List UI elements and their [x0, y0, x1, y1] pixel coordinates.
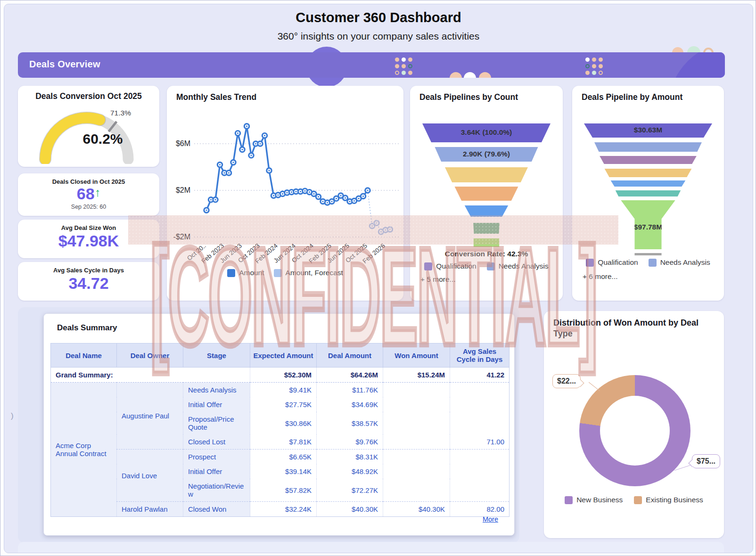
decor-half-dot — [450, 72, 462, 78]
table-row[interactable]: Harold PawlanClosed Won$32.24K$40.30K$40… — [51, 502, 509, 517]
won-amount-cell — [383, 412, 450, 434]
more-stages-note[interactable]: + 5 more... — [420, 275, 456, 284]
funnel-level[interactable] — [422, 223, 551, 234]
funnel-level[interactable] — [422, 187, 551, 201]
line-chart[interactable]: $6M$2M-$2MOct 20..Feb 2023Jun 2023Oct 20… — [167, 103, 403, 269]
legend-item[interactable]: Amount, Forecast — [274, 269, 343, 277]
section-title: Deals Overview — [29, 59, 100, 70]
legend-label: Needs Analysis — [660, 258, 710, 267]
won-amount-cell — [383, 383, 450, 398]
column-header[interactable]: Deal Name — [51, 343, 117, 368]
kpi-title: Deals Closed in Oct 2025 — [18, 178, 159, 185]
data-point-dot — [286, 192, 288, 193]
funnel-level[interactable]: 2.90K (79.6%) — [422, 147, 551, 162]
expected-amount-cell: $7.81K — [250, 434, 317, 450]
funnel-level[interactable] — [584, 156, 712, 164]
data-point-dot — [268, 170, 270, 171]
column-header[interactable]: Avg Sales Cycle in Days — [450, 343, 509, 368]
expected-amount-cell: $32.24K — [250, 502, 317, 517]
data-point-dot — [322, 201, 323, 202]
data-point-dot — [358, 198, 359, 199]
legend-item[interactable]: Amount — [227, 269, 264, 277]
data-point-dot — [380, 231, 382, 232]
column-header[interactable]: Deal Owner — [117, 343, 183, 368]
callout-tail — [689, 459, 697, 467]
chart-legend: QualificationNeeds Analysis — [410, 262, 563, 270]
scroll-hint-icon[interactable]: ) — [11, 411, 14, 421]
avg-cycle-cell — [450, 397, 509, 412]
data-point-dot — [349, 201, 350, 202]
data-point-dot — [340, 195, 341, 196]
legend-item[interactable]: Needs Analysis — [649, 258, 710, 267]
monthly-sales-trend-card: Monthly Sales Trend $6M$2M-$2MOct 20..Fe… — [167, 86, 403, 301]
column-header[interactable]: Expected Amount — [250, 343, 317, 368]
callout-value: $75... — [697, 457, 715, 465]
kpi-title: Avg Deal Size Won — [18, 224, 159, 231]
up-arrow-icon: ↑ — [95, 186, 101, 199]
deal-amount-cell: $38.57K — [317, 412, 383, 434]
legend-item[interactable]: Existing Business — [634, 496, 703, 504]
gauge-card-title: Deals Conversion Oct 2025 — [18, 91, 159, 101]
legend-item[interactable]: Needs Analysis — [487, 262, 549, 270]
funnel-level[interactable] — [422, 238, 551, 247]
donut-hole — [600, 396, 670, 466]
funnel-level[interactable]: $97.78M — [584, 200, 712, 249]
data-point-dot — [219, 164, 221, 165]
stage-cell: Negotiation/Review — [183, 479, 250, 502]
legend-item[interactable]: New Business — [565, 496, 623, 504]
more-stages-note[interactable]: + 6 more... — [583, 272, 618, 281]
funnel-level[interactable] — [584, 142, 712, 152]
deal-amount-cell: $9.76K — [317, 434, 383, 450]
table-row[interactable]: David LoveProspect$6.65K$8.31K — [51, 450, 509, 465]
column-header[interactable]: Stage — [183, 343, 250, 368]
data-point-dot — [214, 199, 216, 200]
kpi-subtext: Sep 2025: 60 — [18, 204, 159, 210]
deal-amount-cell: $72.27K — [317, 479, 383, 502]
kpi-card-avg-sales-cycle: Avg Sales Cycle in Days 34.72 — [18, 262, 159, 301]
data-point-dot — [295, 191, 296, 192]
stage-cell: Closed Lost — [183, 434, 250, 450]
legend-item[interactable]: Qualification — [586, 258, 638, 267]
kpi-card-deals-closed: Deals Closed in Oct 2025 68↑ Sep 2025: 6… — [18, 173, 159, 216]
data-point-dot — [241, 149, 243, 150]
deal-owner-cell: David Love — [117, 450, 183, 502]
won-amount-cell — [383, 464, 450, 479]
chart-title: Monthly Sales Trend — [176, 92, 256, 102]
avg-cycle-cell: 71.00 — [450, 434, 509, 450]
table-row[interactable]: Acme Corp Annual ContractAugustine PaulN… — [51, 383, 509, 398]
legend-label: Amount — [239, 269, 264, 277]
gauge-threshold-label: 71.3% — [110, 109, 153, 117]
page-subtitle: 360° insights on your company sales acti… — [4, 31, 753, 42]
legend-label: Amount, Forecast — [286, 269, 343, 277]
deal-amount-cell: $8.31K — [317, 450, 383, 465]
deals-summary-table: Deal NameDeal OwnerStageExpected AmountD… — [50, 343, 509, 517]
next-section-strip — [18, 542, 724, 553]
funnel-level[interactable] — [584, 169, 712, 177]
funnel-level[interactable] — [584, 253, 712, 255]
data-point-dot — [259, 143, 261, 144]
funnel-segment-label: 2.90K (79.6%) — [422, 150, 551, 158]
data-point-dot — [345, 197, 346, 199]
chart-title: Deals Pipeline by Amount — [582, 92, 682, 102]
won-amount-distribution-card: Distribution of Won Amount by Deal Type … — [544, 311, 724, 538]
column-header[interactable]: Deal Amount — [317, 343, 383, 368]
grand-summary-value: $15.24M — [383, 368, 450, 383]
funnel-level[interactable]: 3.64K (100.0%) — [422, 123, 551, 142]
funnel-level[interactable] — [422, 205, 551, 217]
data-point-dot — [205, 210, 207, 211]
column-header[interactable]: Won Amount — [383, 343, 450, 368]
more-link[interactable]: More — [483, 515, 498, 523]
section-header-deals-overview: Deals Overview — [18, 52, 725, 78]
legend-swatch — [565, 496, 573, 504]
legend-item[interactable]: Qualification — [424, 262, 476, 270]
funnel-level[interactable] — [422, 167, 551, 182]
legend-swatch — [634, 496, 642, 504]
data-point-dot — [376, 222, 377, 224]
decor-dot-grid — [395, 57, 412, 75]
callout-existing-business: $22... — [552, 374, 581, 388]
funnel-level[interactable] — [584, 190, 712, 196]
funnel-level[interactable] — [584, 180, 712, 187]
deal-amount-cell: $11.76K — [317, 383, 383, 398]
funnel-level[interactable]: $30.63M — [584, 123, 712, 138]
legend-swatch — [274, 269, 282, 277]
